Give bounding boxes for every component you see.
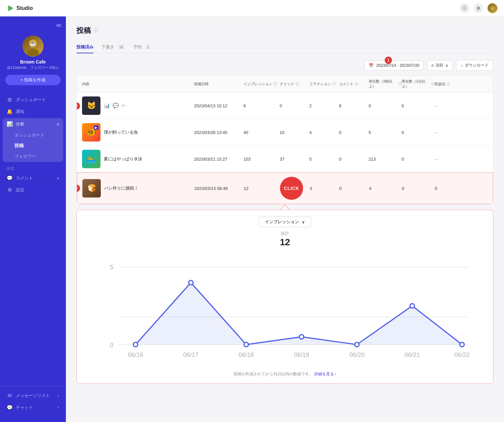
table-row: ▶ 🐠 僕が飼っている魚 2023/03/28 13:45 40 10 4 0 … [77,119,493,146]
sidebar-item-notifications[interactable]: 🔔 通知 [0,106,66,118]
user-avatar: ☕ [22,36,43,57]
gear-icon: ⚙ [7,187,13,193]
table-row-wrapper-4: 3 🍞 パン作りに挑戦！ 2023/03/13 08:48 12 CLICK 3… [77,172,493,204]
th-content: 内容 [82,79,194,89]
layout: ≪ ☕ Brown Cafe @123abcde フォロワー 558人 + 投稿… [0,16,504,422]
content-cell-4: 🍞 パン作りに挑戦！ [82,179,194,198]
comment-icon[interactable]: 💬 [113,103,119,109]
chart-panel: インプレッション ∨ 合計 12 5 0 [76,210,493,384]
td-impressions-2: 40 [243,130,280,135]
tab-drafts-badge: 15 [117,45,126,49]
td-impressions-3: 103 [243,157,280,162]
message-icon: ✉ [7,393,13,399]
sidebar-item-analytics-followers[interactable]: フォロワー [3,151,63,162]
sidebar-item-label: チャット [16,405,33,410]
analytics-icon: 📊 [7,121,13,127]
post-title-2: 僕が飼っている魚 [104,129,138,135]
table-row-wrapper-1: 2 🐱 📊 💬 ✏ 2023/04/13 10:12 6 0 2 8 [77,92,493,119]
chart-total-value: 12 [85,237,485,248]
stats-icon[interactable]: 📊 [104,103,110,109]
data-point-4 [299,335,304,339]
sidebar-item-dashboard[interactable]: ⊞ ダッシュボード [0,94,66,106]
app-logo: Studio [7,4,33,12]
annotation-1: 1 [385,57,392,64]
chart-arrow [76,204,493,210]
avatar-image: ☕ [22,36,43,57]
user-name: Brown Cafe [20,59,46,65]
data-point-6 [410,303,414,308]
sidebar-item-comments[interactable]: 💬 コメント ∨ [0,172,66,184]
svg-text:5: 5 [110,264,113,271]
collapse-button[interactable]: ≪ [56,22,62,29]
table-row-highlighted: 🍞 パン作りに挑戦！ 2023/03/13 08:48 12 CLICK 3 0… [77,172,493,204]
user-avatar-topbar[interactable]: U [488,3,497,13]
sidebar-nav: ⊞ ダッシュボード 🔔 通知 📊 分析 ∧ ダッシュボード 投稿 フォロワー 設… [0,94,66,383]
items-filter[interactable]: ≡ 項目 ∨ [427,60,453,71]
td-impressions-4: 12 [244,186,280,191]
sidebar-item-label: 設定 [16,187,24,193]
create-post-button[interactable]: + 投稿を作成 [5,75,61,85]
td-plays3s-4: 4 [369,186,402,191]
posts-table: 内容 投稿日時 インプレッションⓘ クリックⓘ リアクションⓘ コメントⓘ 再生… [76,75,493,204]
content-cell-1: 🐱 📊 💬 ✏ [82,96,194,115]
download-label: ダウンロード [465,63,489,68]
post-thumbnail-2: ▶ 🐠 [82,123,100,142]
tab-published[interactable]: 投稿済み [76,41,94,53]
tab-drafts-label: 下書き [101,44,114,49]
td-plays3s-3: 213 [369,157,402,162]
collapse-section: ≪ [0,22,66,32]
page-info-icon: ⓘ [94,28,98,34]
chat-icon: 💬 [7,405,13,410]
analytics-section: 📊 分析 ∧ ダッシュボード 投稿 フォロワー [3,118,63,162]
chart-svg-container: 5 0 [85,253,485,368]
post-thumbnail-1: 🐱 [82,96,100,115]
sidebar: ≪ ☕ Brown Cafe @123abcde フォロワー 558人 + 投稿… [0,16,66,422]
sidebar-item-message-list[interactable]: ✉ メッセージリスト ↗ [0,390,66,402]
td-plays1m-3: 0 [402,157,434,162]
sidebar-bottom: ✉ メッセージリスト ↗ 💬 チャット ↗ [0,386,66,417]
sidebar-item-analytics[interactable]: 📊 分析 ∧ [3,118,63,130]
edit-icon[interactable]: ✏ [122,103,126,109]
chevron-down-icon: ∨ [57,176,59,180]
data-point-2 [189,280,193,285]
td-plays1m-4: 0 [402,186,435,191]
topbar: Studio ⓘ ⚙ U [0,0,504,16]
sidebar-item-chat[interactable]: 💬 チャット ↗ [0,402,66,413]
filter-row-wrapper: 1 📅 2023/07/14 - 2023/07/20 ≡ 項目 ∨ ↓ ダウン… [76,60,493,71]
chart-detail-link[interactable]: 詳細を見る › [314,372,336,376]
tab-drafts[interactable]: 下書き 15 [101,41,126,53]
svg-text:06/17: 06/17 [183,351,198,358]
svg-text:06/16: 06/16 [128,351,143,358]
date-range-filter[interactable]: 📅 2023/07/14 - 2023/07/20 [364,61,424,70]
chart-metric-select[interactable]: インプレッション ∨ [259,217,311,227]
chevron-down-chart: ∨ [302,220,305,224]
sidebar-item-label: ダッシュボード [16,97,46,103]
td-clicks-4[interactable]: CLICK [280,177,310,200]
th-reactions: リアクションⓘ [309,79,339,89]
th-plays-1m: 再生数（1分以上）ⓘ [402,79,434,89]
sidebar-item-analytics-dashboard[interactable]: ダッシュボード [3,130,63,141]
td-monetized-2: — [434,130,464,135]
chart-panel-wrapper: インプレッション ∨ 合計 12 5 0 [76,204,493,384]
dashboard-icon: ⊞ [7,97,13,103]
info-button[interactable]: ⓘ [460,4,469,13]
th-plays-3s: 再生数（3秒以上）ⓘ [369,79,402,89]
user-section: ☕ Brown Cafe @123abcde フォロワー 558人 + 投稿を作… [0,32,66,91]
chart-area [135,283,462,345]
items-filter-icon: ≡ [431,63,434,68]
download-button[interactable]: ↓ ダウンロード [456,60,493,71]
td-reactions-1: 2 [309,103,339,108]
settings-button[interactable]: ⚙ [474,4,483,13]
sidebar-item-settings[interactable]: ⚙ 設定 [0,184,66,196]
svg-text:06/19: 06/19 [294,351,309,358]
chart-footer: 投稿が作成されてから31日以内の数値です。 詳細を見る › [85,371,485,377]
td-comments-3: 0 [339,157,369,162]
chart-selector: インプレッション ∨ [85,217,485,227]
th-clicks: クリックⓘ [280,79,309,89]
td-clicks-3: 37 [280,157,309,162]
sidebar-item-analytics-posts[interactable]: 投稿 [3,141,63,151]
click-button[interactable]: CLICK [280,177,303,200]
tab-scheduled[interactable]: 予約 2 [133,41,151,53]
post-title-4: パン作りに挑戦！ [104,185,138,191]
chevron-up-icon: ∧ [57,122,59,126]
